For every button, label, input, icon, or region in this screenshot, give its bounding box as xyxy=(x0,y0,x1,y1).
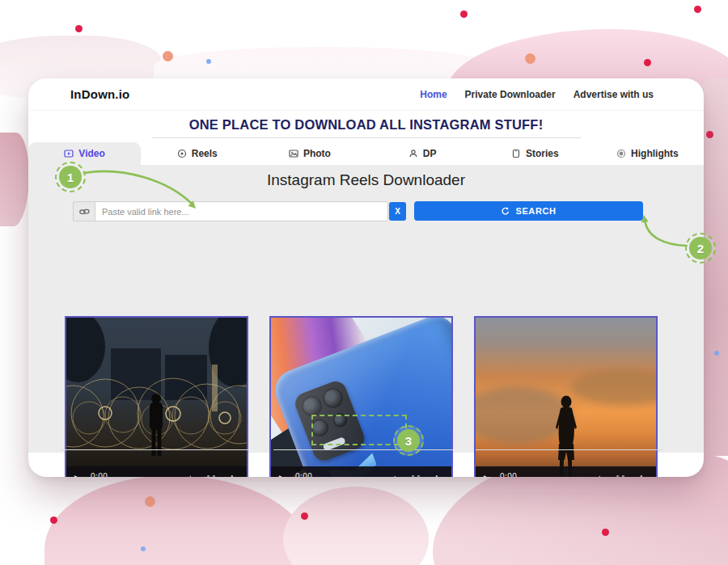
decor-dot xyxy=(50,517,57,524)
search-row: X SEARCH xyxy=(28,201,704,222)
tab-stories[interactable]: Stories xyxy=(479,142,591,165)
decor-dot xyxy=(301,512,308,520)
site-header: InDown.io Home Private Downloader Advert… xyxy=(28,78,704,111)
decor-dot xyxy=(694,6,701,13)
tab-label: DP xyxy=(423,148,437,159)
decor-dot xyxy=(706,131,713,138)
background-blob xyxy=(283,487,429,565)
play-icon[interactable]: ▶ xyxy=(279,472,285,477)
volume-icon[interactable] xyxy=(185,472,195,477)
video-thumbnail-sunset xyxy=(476,318,656,477)
page-headline: ONE PLACE TO DOWNLOAD ALL INSTAGRAM STUF… xyxy=(28,117,704,133)
decor-dot xyxy=(206,59,211,64)
tab-label: Stories xyxy=(526,148,559,159)
video-player-1[interactable]: ▶ 0:00 ⋮ xyxy=(65,316,248,477)
site-logo[interactable]: InDown.io xyxy=(70,87,129,101)
step-number: 1 xyxy=(59,166,82,188)
kebab-menu-icon[interactable]: ⋮ xyxy=(637,474,646,477)
annotation-step-2: 2 xyxy=(685,233,716,264)
video-controls: ▶ 0:00 ⋮ xyxy=(66,466,247,477)
kebab-menu-icon[interactable]: ⋮ xyxy=(432,474,442,477)
volume-icon[interactable] xyxy=(595,472,604,477)
tab-label: Photo xyxy=(303,148,331,159)
tab-reels[interactable]: Reels xyxy=(141,142,253,165)
kebab-menu-icon[interactable]: ⋮ xyxy=(227,474,237,477)
downloader-panel: Instagram Reels Downloader X SEARCH xyxy=(28,165,704,453)
video-thumbnail-blue-phone xyxy=(271,318,451,477)
decor-dot xyxy=(714,351,719,356)
downloader-tabs: Video Reels Photo DP Stories xyxy=(28,142,704,165)
video-player-3[interactable]: ▶ 0:00 ⋮ xyxy=(474,316,658,477)
video-time: 0:00 xyxy=(91,472,108,477)
fullscreen-icon[interactable] xyxy=(616,472,624,477)
nav-link-advertise[interactable]: Advertise with us xyxy=(574,89,654,100)
column-divider xyxy=(61,449,248,450)
decor-dot xyxy=(602,529,609,536)
video-player-2[interactable]: ▶ 0:00 ⋮ xyxy=(269,316,453,477)
fullscreen-icon[interactable] xyxy=(207,472,215,477)
tab-dp[interactable]: DP xyxy=(366,142,479,165)
search-button-label: SEARCH xyxy=(515,206,556,216)
clear-button[interactable]: X xyxy=(389,202,406,221)
decor-dot xyxy=(141,546,146,551)
stories-tab-icon xyxy=(511,149,521,158)
link-input[interactable] xyxy=(95,201,388,221)
link-input-group xyxy=(73,201,388,221)
column-divider xyxy=(273,449,453,450)
step-number: 3 xyxy=(397,429,420,452)
decor-dot xyxy=(525,53,535,64)
background-blob xyxy=(44,475,311,565)
tab-label: Video xyxy=(78,148,104,159)
play-icon[interactable]: ▶ xyxy=(74,472,80,477)
search-button[interactable]: SEARCH xyxy=(414,201,643,221)
page: { "header": { "logo": "InDown.io", "nav"… xyxy=(0,0,728,565)
video-time: 0:00 xyxy=(295,472,312,477)
background-blob xyxy=(700,78,728,456)
refresh-icon xyxy=(501,207,510,216)
column-divider xyxy=(476,449,663,450)
dp-tab-icon xyxy=(408,149,418,158)
fullscreen-icon[interactable] xyxy=(412,472,420,477)
headline-divider xyxy=(152,137,581,138)
tab-photo[interactable]: Photo xyxy=(253,142,366,165)
decor-dot xyxy=(145,496,155,507)
annotation-step-1: 1 xyxy=(55,162,86,192)
decor-dot xyxy=(75,25,83,32)
section-title: Instagram Reels Downloader xyxy=(28,171,704,189)
volume-icon[interactable] xyxy=(390,472,400,477)
highlights-tab-icon xyxy=(616,149,626,158)
link-icon xyxy=(73,201,95,221)
decor-dot xyxy=(163,51,173,61)
tab-label: Highlights xyxy=(631,148,679,159)
tab-label: Reels xyxy=(192,148,218,159)
tab-video[interactable]: Video xyxy=(28,142,141,165)
background-blob xyxy=(0,133,29,226)
decor-dot xyxy=(644,59,651,66)
headline-section: ONE PLACE TO DOWNLOAD ALL INSTAGRAM STUF… xyxy=(28,111,704,141)
video-controls: ▶ 0:00 ⋮ xyxy=(271,466,451,477)
top-navigation: Home Private Downloader Advertise with u… xyxy=(420,89,654,100)
tab-highlights[interactable]: Highlights xyxy=(591,142,704,165)
video-controls: ▶ 0:00 ⋮ xyxy=(476,466,656,477)
video-time: 0:00 xyxy=(500,472,517,477)
reels-tab-icon xyxy=(177,149,187,158)
annotation-step-3: 3 xyxy=(393,425,424,456)
photo-tab-icon xyxy=(289,149,298,158)
nav-link-private-downloader[interactable]: Private Downloader xyxy=(465,89,556,100)
play-icon[interactable]: ▶ xyxy=(484,472,489,477)
video-thumbnail-light-painting xyxy=(66,318,247,477)
video-tab-icon xyxy=(64,149,74,158)
nav-link-home[interactable]: Home xyxy=(420,89,447,100)
step-number: 2 xyxy=(689,237,712,259)
decor-dot xyxy=(460,11,468,18)
